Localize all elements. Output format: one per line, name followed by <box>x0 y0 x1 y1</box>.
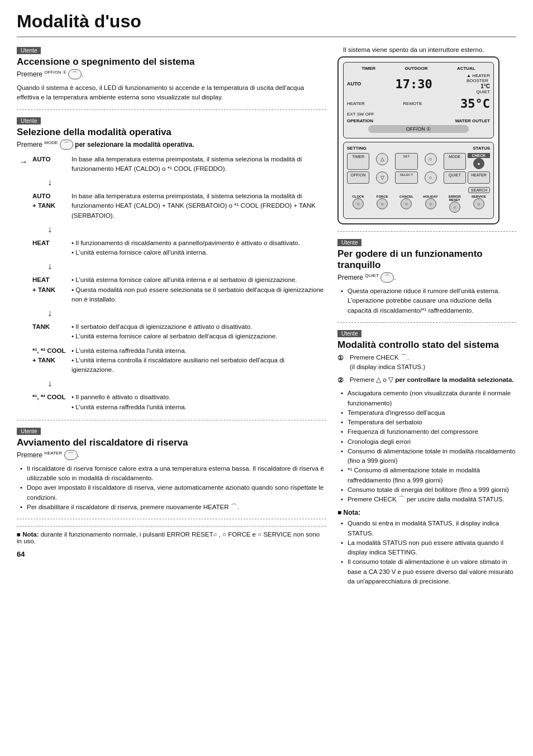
step1-press: Premere <box>350 354 376 361</box>
right-column: Il sistema viene spento da un interrutto… <box>337 46 516 586</box>
offon-btn-icon: ⌒ <box>68 69 82 79</box>
heater-booster-label: ▲ HEATERBOOSTER <box>467 73 490 83</box>
btn-force[interactable]: ○ <box>377 198 388 209</box>
remote-control: TIMER OUTDOOR ACTUAL AUTO 17:30 ▲ HEATER… <box>337 56 499 224</box>
nota-box: Nota: Quando si entra in modalità STATUS… <box>337 509 516 586</box>
press-selezione: Premere MODE ⌒ per selezionare la modali… <box>17 140 326 150</box>
remote-label: REMOTE <box>403 101 422 106</box>
ext-sw-off-label: EXT SW OFF <box>347 112 374 117</box>
mode-row-heat: HEAT • Il funzionamento di riscaldamento… <box>17 237 326 259</box>
press-accensione: Premere OFF/ON ① ⌒. <box>17 70 326 80</box>
operation-label: OPERATION <box>347 118 373 123</box>
clock-label: CLOCK <box>347 195 369 198</box>
btn-service[interactable]: ○ <box>473 198 484 209</box>
btn-search[interactable]: SEARCH <box>468 187 490 193</box>
service-label: SERVICE <box>468 195 490 198</box>
check-cell: CHECK ● <box>468 153 490 170</box>
btn-quiet[interactable]: QUIET <box>444 171 466 184</box>
setting-status-labels: SETTING STATUS <box>347 146 490 151</box>
bottom-nota: ■ Nota: durante il funzionamento normale… <box>17 526 326 544</box>
mode-row-cool: *¹, *² COOL • Il pannello è attivato o d… <box>17 391 326 413</box>
heater-bullets: Il riscaldatore di riserva fornisce calo… <box>17 464 326 512</box>
time-display: 17:30 <box>396 77 432 91</box>
check-item-exit: Premere CHECK ⌒ per uscire dalla modalit… <box>341 495 516 504</box>
btn-clock[interactable]: ○ <box>353 198 364 209</box>
remote-bottom-row: EXT SW OFF <box>347 112 490 117</box>
mode-btn-icon: ⌒ <box>60 140 73 150</box>
auto-label: AUTO <box>347 81 361 87</box>
nota-bullets: Quando si entra in modalità STATUS, il d… <box>337 519 516 586</box>
check-item-6: Consumo di alimentazione totale in modal… <box>341 447 516 466</box>
btn-timer[interactable]: TIMER <box>347 153 369 170</box>
force-btn: ○ <box>222 531 226 538</box>
error-reset-label: ERROR RESET <box>444 195 466 202</box>
btn-offon[interactable]: OFF/ON <box>347 171 369 184</box>
water-outlet-label: WATER OUTLET <box>455 118 490 123</box>
check-btn-icon-2: ⌒ <box>398 496 405 503</box>
step1-desc: (il display indica STATUS.) <box>350 363 425 370</box>
badge-selezione: Utente <box>17 117 41 125</box>
btn-up[interactable]: △ <box>376 153 388 165</box>
status-label: STATUS <box>473 146 490 151</box>
timer-label: TIMER <box>361 66 375 71</box>
divider-5 <box>337 322 516 323</box>
heater-btn-icon-2: ⌒ <box>231 504 237 510</box>
check-item-1: Asciugatura cemento (non visualizzata du… <box>341 389 516 408</box>
error-reset-btn: ○ <box>213 531 217 538</box>
btn-set-label: SET <box>395 153 417 170</box>
remote-row2: HEATER REMOTE 35°C <box>347 97 490 111</box>
divider-4 <box>337 231 516 232</box>
title-selezione: Selezione della modalità operativa <box>17 127 326 138</box>
step-2: ② Premere △ o ▽ per controllare la modal… <box>337 375 516 385</box>
arrow-cooltank-cool: ↓ <box>17 376 326 391</box>
btn-check[interactable]: ● <box>473 158 484 169</box>
text-accensione: Quando il sistema è acceso, il LED di fu… <box>17 83 326 103</box>
arrow-heattank-tank: ↓ <box>17 305 326 321</box>
title-accensione: Accensione o spegnimento del sistema <box>17 56 326 68</box>
setting-label: SETTING <box>347 146 367 151</box>
btn-down[interactable]: ▽ <box>376 171 388 184</box>
check-item-4: Frequenza di funzionamento del compresso… <box>341 427 516 437</box>
quiet-bullets: Questa operazione riduce il rumore dell'… <box>337 286 516 315</box>
nota-1: Quando si entra in modalità STATUS, il d… <box>341 519 516 538</box>
step-1: ① Premere CHECK ⌒. (il display indica ST… <box>337 353 516 372</box>
btn-set-circle[interactable]: ○ <box>425 153 437 165</box>
quiet-btn-icon: ⌒ <box>380 272 394 283</box>
btn-heater[interactable]: HEATER <box>468 171 490 184</box>
step2-press: Premere <box>350 376 376 383</box>
press-quiet: Premere QUIET ⌒. <box>337 273 516 283</box>
mode-table: → AUTO In base alla temperatura esterna … <box>17 154 326 413</box>
badge-check: Utente <box>337 330 361 337</box>
checklist: Asciugatura cemento (non visualizzata du… <box>337 389 516 504</box>
heater-left-label: HEATER <box>347 101 365 106</box>
cancel-label: CANCEL <box>395 195 417 198</box>
arrow-auto-autotank: ↓ <box>17 175 326 190</box>
holiday-label: HOLIDAY <box>420 195 442 198</box>
arrow-heat-heattank: ↓ <box>17 259 326 274</box>
badge-heater: Utente <box>17 428 41 435</box>
btn-mode[interactable]: MODE <box>444 153 466 170</box>
service-btn: ○ <box>258 531 261 538</box>
quiet-bullet-1: Questa operazione riduce il rumore dell'… <box>341 286 516 315</box>
one-deg-label: 1°C <box>480 83 490 89</box>
page-number: 64 <box>17 550 326 558</box>
force-label: FORCE <box>371 195 393 198</box>
remote-caption: Il sistema viene spento da un interrutto… <box>337 46 516 53</box>
btn-row-1: TIMER △ SET ○ MODE CHECK ● <box>347 153 490 170</box>
btn-row-2: OFF/ON ▽ SELECT ○ QUIET HEATER <box>347 171 490 184</box>
check-item-3: Temperatura del serbatoio <box>341 418 516 427</box>
temp-display: 35°C <box>460 97 490 111</box>
mode-row-auto: → AUTO In base alla temperatura esterna … <box>17 154 326 175</box>
btn-select-circle[interactable]: ○ <box>425 171 437 184</box>
btn-cancel[interactable]: ○ <box>401 198 412 209</box>
badge-quiet: Utente <box>337 239 361 246</box>
btn-error-reset[interactable]: ○ <box>449 202 460 213</box>
btn-holiday[interactable]: ○ <box>425 198 436 209</box>
mode-row-tank: TANK • Il serbatoio dell'acqua di igieni… <box>17 321 326 343</box>
mode-row-heat-tank: HEAT+ TANK • L'unità esterna fornisce ca… <box>17 274 326 305</box>
remote-buttons: SETTING STATUS TIMER △ SET ○ MODE CHECK … <box>343 142 494 219</box>
heater-bullet-1: Il riscaldatore di riserva fornisce calo… <box>20 464 326 484</box>
divider-3 <box>17 519 326 519</box>
arrow-autotank-heat: ↓ <box>17 222 326 237</box>
remote-section: Il sistema viene spento da un interrutto… <box>337 46 516 224</box>
